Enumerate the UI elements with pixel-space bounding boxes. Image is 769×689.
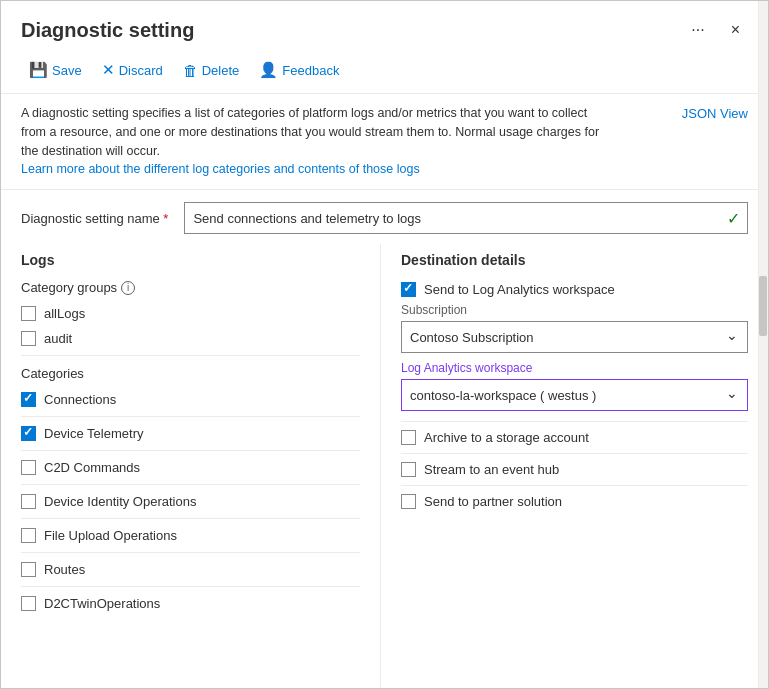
storage-label[interactable]: Archive to a storage account	[424, 430, 589, 445]
log-analytics-label[interactable]: Send to Log Analytics workspace	[424, 282, 615, 297]
divider-4	[21, 484, 360, 485]
setting-name-label: Diagnostic setting name *	[21, 211, 168, 226]
categories-label: Categories	[21, 360, 360, 387]
allLogs-checkbox[interactable]	[21, 306, 36, 321]
c2d-commands-label[interactable]: C2D Commands	[44, 460, 140, 475]
subscription-dropdown-wrapper: Contoso Subscription	[401, 321, 748, 353]
routes-label[interactable]: Routes	[44, 562, 85, 577]
device-identity-label[interactable]: Device Identity Operations	[44, 494, 196, 509]
discard-button[interactable]: ✕ Discard	[94, 57, 171, 83]
feedback-label: Feedback	[282, 63, 339, 78]
scrollbar-track[interactable]	[758, 1, 768, 688]
save-button[interactable]: 💾 Save	[21, 57, 90, 83]
event-hub-checkbox-row: Stream to an event hub	[401, 462, 748, 477]
partner-checkbox[interactable]	[401, 494, 416, 509]
setting-name-input-wrapper: ✓	[184, 202, 748, 234]
panel-header: Diagnostic setting ··· ×	[1, 1, 768, 51]
connections-checkbox[interactable]	[21, 392, 36, 407]
info-bar-link[interactable]: Learn more about the different log categ…	[21, 162, 420, 176]
feedback-icon: 👤	[259, 61, 278, 79]
info-bar-text: A diagnostic setting specifies a list of…	[21, 104, 601, 179]
device-identity-checkbox[interactable]	[21, 494, 36, 509]
c2d-commands-item: C2D Commands	[21, 455, 360, 480]
setting-name-row: Diagnostic setting name * ✓	[1, 190, 768, 244]
subscription-field-label: Subscription	[401, 303, 748, 317]
input-valid-icon: ✓	[727, 209, 740, 228]
log-analytics-subscription: Subscription Contoso Subscription	[401, 297, 748, 355]
diagnostic-setting-panel: Diagnostic setting ··· × 💾 Save ✕ Discar…	[0, 0, 769, 689]
workspace-dropdown-wrapper: contoso-la-workspace ( westus )	[401, 379, 748, 411]
delete-icon: 🗑	[183, 62, 198, 79]
divider-7	[21, 586, 360, 587]
device-telemetry-checkbox[interactable]	[21, 426, 36, 441]
d2ctwin-checkbox[interactable]	[21, 596, 36, 611]
partner-checkbox-row: Send to partner solution	[401, 494, 748, 509]
log-analytics-checkbox-row: Send to Log Analytics workspace	[401, 282, 748, 297]
partner-label[interactable]: Send to partner solution	[424, 494, 562, 509]
delete-button[interactable]: 🗑 Delete	[175, 58, 248, 83]
header-controls: ··· ×	[685, 17, 748, 43]
routes-item: Routes	[21, 557, 360, 582]
logs-section-title: Logs	[21, 244, 360, 274]
event-hub-checkbox[interactable]	[401, 462, 416, 477]
subscription-dropdown[interactable]: Contoso Subscription	[401, 321, 748, 353]
storage-row: Archive to a storage account	[401, 422, 748, 454]
category-groups-info-icon[interactable]: i	[121, 281, 135, 295]
divider-1	[21, 355, 360, 356]
log-analytics-row: Send to Log Analytics workspace Subscrip…	[401, 274, 748, 422]
category-groups-label: Category groups i	[21, 274, 360, 301]
log-analytics-checkbox[interactable]	[401, 282, 416, 297]
discard-label: Discard	[119, 63, 163, 78]
feedback-button[interactable]: 👤 Feedback	[251, 57, 347, 83]
divider-2	[21, 416, 360, 417]
logs-section: Logs Category groups i allLogs audit Cat…	[21, 244, 381, 688]
partner-row: Send to partner solution	[401, 486, 748, 517]
scrollbar-thumb[interactable]	[759, 276, 767, 336]
main-content: Logs Category groups i allLogs audit Cat…	[1, 244, 768, 688]
workspace-dropdown[interactable]: contoso-la-workspace ( westus )	[401, 379, 748, 411]
allLogs-label[interactable]: allLogs	[44, 306, 85, 321]
connections-label[interactable]: Connections	[44, 392, 116, 407]
close-button[interactable]: ×	[723, 17, 748, 43]
file-upload-checkbox[interactable]	[21, 528, 36, 543]
required-star: *	[160, 211, 169, 226]
d2ctwin-label[interactable]: D2CTwinOperations	[44, 596, 160, 611]
device-telemetry-label[interactable]: Device Telemetry	[44, 426, 143, 441]
storage-checkbox[interactable]	[401, 430, 416, 445]
save-icon: 💾	[29, 61, 48, 79]
allLogs-item: allLogs	[21, 301, 360, 326]
log-analytics-workspace-sub: Log Analytics workspace contoso-la-works…	[401, 355, 748, 413]
delete-label: Delete	[202, 63, 240, 78]
info-bar-description: A diagnostic setting specifies a list of…	[21, 106, 599, 158]
d2ctwin-item: D2CTwinOperations	[21, 591, 360, 616]
storage-checkbox-row: Archive to a storage account	[401, 430, 748, 445]
ellipsis-button[interactable]: ···	[685, 19, 710, 41]
discard-icon: ✕	[102, 61, 115, 79]
c2d-commands-checkbox[interactable]	[21, 460, 36, 475]
divider-6	[21, 552, 360, 553]
divider-5	[21, 518, 360, 519]
panel-title: Diagnostic setting	[21, 19, 194, 42]
save-label: Save	[52, 63, 82, 78]
setting-name-input[interactable]	[184, 202, 748, 234]
json-view-link[interactable]: JSON View	[682, 104, 748, 124]
routes-checkbox[interactable]	[21, 562, 36, 577]
file-upload-label[interactable]: File Upload Operations	[44, 528, 177, 543]
event-hub-label[interactable]: Stream to an event hub	[424, 462, 559, 477]
destination-section-title: Destination details	[401, 244, 748, 274]
audit-label[interactable]: audit	[44, 331, 72, 346]
info-bar: A diagnostic setting specifies a list of…	[1, 94, 768, 190]
destination-section: Destination details Send to Log Analytic…	[381, 244, 748, 688]
audit-item: audit	[21, 326, 360, 351]
toolbar: 💾 Save ✕ Discard 🗑 Delete 👤 Feedback	[1, 51, 768, 94]
device-telemetry-item: Device Telemetry	[21, 421, 360, 446]
event-hub-row: Stream to an event hub	[401, 454, 748, 486]
device-identity-item: Device Identity Operations	[21, 489, 360, 514]
workspace-field-label: Log Analytics workspace	[401, 361, 748, 375]
audit-checkbox[interactable]	[21, 331, 36, 346]
divider-3	[21, 450, 360, 451]
connections-item: Connections	[21, 387, 360, 412]
file-upload-item: File Upload Operations	[21, 523, 360, 548]
